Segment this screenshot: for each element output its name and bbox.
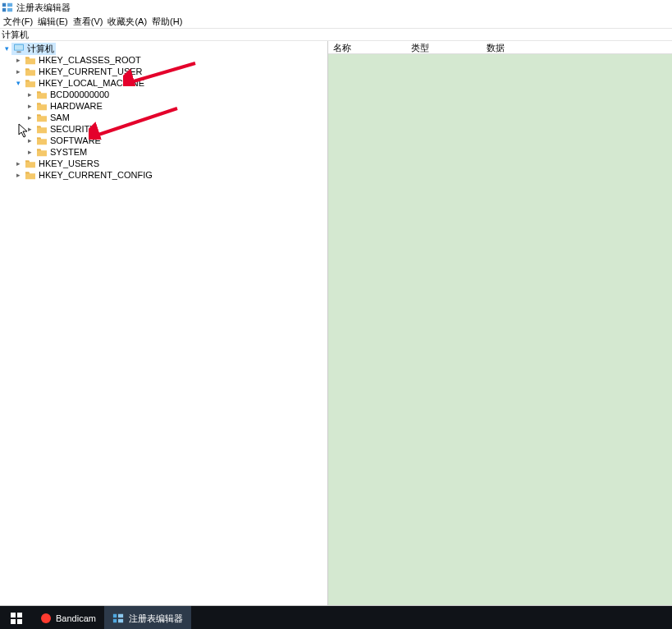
taskbar: Bandicam 注册表编辑器: [0, 606, 672, 629]
expand-icon[interactable]: ▾: [13, 79, 23, 87]
tree-node-software[interactable]: ▸ SOFTWARE: [0, 135, 327, 146]
svg-rect-2: [7, 3, 12, 7]
expand-icon[interactable]: ▸: [25, 102, 34, 110]
start-button[interactable]: [0, 606, 33, 629]
tree-label: SECURITY: [50, 124, 96, 134]
svg-rect-9: [11, 613, 16, 618]
folder-icon: [25, 170, 36, 180]
svg-rect-5: [15, 45, 23, 50]
tree-node-hklm[interactable]: ▾ HKEY_LOCAL_MACHINE: [0, 77, 327, 89]
tree-node-system[interactable]: ▸ SYSTEM: [0, 146, 327, 158]
tree-node-security[interactable]: ▸ SECURITY: [0, 123, 327, 135]
svg-rect-10: [17, 613, 22, 618]
tree-label: HKEY_USERS: [39, 158, 99, 168]
svg-rect-15: [118, 614, 123, 618]
taskbar-item-regedit[interactable]: 注册表编辑器: [104, 606, 191, 629]
tree-node-hkcu[interactable]: ▸ HKEY_CURRENT_USER: [0, 66, 327, 77]
expand-icon[interactable]: ▸: [25, 148, 34, 156]
taskbar-label: Bandicam: [56, 613, 96, 623]
tree-panel[interactable]: ▾ 计算机 ▸ HKEY_CLASSES_ROOT ▸ HKEY_CURRENT…: [0, 41, 328, 605]
expand-icon[interactable]: ▸: [25, 113, 34, 122]
tree-node-hardware[interactable]: ▸ HARDWARE: [0, 100, 327, 112]
folder-icon: [25, 55, 36, 65]
title-bar: 注册表编辑器: [0, 0, 672, 15]
computer-icon: [13, 44, 25, 53]
folder-icon: [36, 90, 48, 99]
tree-label: SYSTEM: [50, 147, 87, 157]
svg-rect-12: [17, 619, 22, 624]
list-panel: 名称 类型 数据: [328, 41, 672, 605]
tree-label: SOFTWARE: [50, 135, 101, 145]
regedit-icon: [112, 613, 124, 624]
folder-icon: [25, 78, 36, 88]
tree-node-hkcr[interactable]: ▸ HKEY_CLASSES_ROOT: [0, 54, 327, 66]
taskbar-label: 注册表编辑器: [129, 613, 183, 625]
tree-label: BCD00000000: [50, 90, 109, 99]
tree-node-computer[interactable]: ▾ 计算机: [0, 43, 327, 54]
column-type[interactable]: 类型: [406, 41, 482, 53]
folder-icon: [36, 124, 48, 134]
list-header: 名称 类型 数据: [328, 41, 672, 54]
folder-icon: [36, 147, 48, 157]
regedit-icon: [2, 2, 13, 13]
tree-label: HKEY_CLASSES_ROOT: [39, 55, 141, 65]
menu-file[interactable]: 文件(F): [2, 16, 34, 28]
svg-rect-13: [113, 614, 117, 618]
address-text: 计算机: [2, 29, 29, 41]
svg-rect-16: [118, 619, 123, 622]
expand-icon[interactable]: ▸: [25, 125, 34, 133]
menu-favorites[interactable]: 收藏夹(A): [106, 16, 149, 28]
folder-icon: [36, 112, 48, 122]
expand-icon[interactable]: ▸: [13, 171, 23, 179]
expand-icon[interactable]: ▾: [2, 44, 11, 53]
folder-icon: [36, 135, 48, 145]
tree-label: HKEY_CURRENT_CONFIG: [39, 170, 153, 180]
tree-label: HARDWARE: [50, 101, 103, 111]
column-name[interactable]: 名称: [328, 41, 406, 53]
svg-rect-11: [11, 619, 16, 624]
folder-icon: [36, 101, 48, 111]
expand-icon[interactable]: ▸: [13, 159, 23, 168]
svg-rect-0: [2, 3, 6, 7]
registry-tree: ▾ 计算机 ▸ HKEY_CLASSES_ROOT ▸ HKEY_CURRENT…: [0, 41, 327, 181]
tree-label: HKEY_CURRENT_USER: [39, 67, 143, 76]
svg-rect-1: [2, 8, 6, 11]
expand-icon[interactable]: ▸: [13, 56, 23, 64]
menu-edit[interactable]: 编辑(E): [36, 16, 70, 28]
tree-node-hkcc[interactable]: ▸ HKEY_CURRENT_CONFIG: [0, 169, 327, 181]
svg-rect-6: [16, 51, 21, 53]
folder-icon: [25, 67, 36, 76]
tree-node-bcd[interactable]: ▸ BCD00000000: [0, 89, 327, 100]
svg-rect-3: [7, 8, 12, 11]
tree-label: HKEY_LOCAL_MACHINE: [39, 78, 144, 88]
address-bar[interactable]: 计算机: [0, 28, 672, 41]
menu-view[interactable]: 查看(V): [71, 16, 105, 28]
window-title: 注册表编辑器: [16, 2, 71, 14]
main-area: ▾ 计算机 ▸ HKEY_CLASSES_ROOT ▸ HKEY_CURRENT…: [0, 41, 672, 606]
folder-icon: [25, 158, 36, 168]
expand-icon[interactable]: ▸: [13, 67, 23, 76]
taskbar-item-bandicam[interactable]: Bandicam: [33, 606, 104, 629]
tree-label: SAM: [50, 112, 70, 122]
expand-icon[interactable]: ▸: [25, 90, 34, 99]
windows-icon: [11, 613, 22, 624]
list-body[interactable]: [328, 54, 672, 605]
record-icon: [41, 613, 51, 623]
svg-rect-14: [113, 619, 117, 622]
tree-label: 计算机: [27, 43, 54, 55]
menu-help[interactable]: 帮助(H): [150, 16, 184, 28]
tree-node-sam[interactable]: ▸ SAM: [0, 112, 327, 123]
expand-icon[interactable]: ▸: [25, 136, 34, 145]
tree-node-hku[interactable]: ▸ HKEY_USERS: [0, 158, 327, 169]
menu-bar: 文件(F) 编辑(E) 查看(V) 收藏夹(A) 帮助(H): [0, 15, 672, 28]
column-data[interactable]: 数据: [482, 41, 672, 53]
